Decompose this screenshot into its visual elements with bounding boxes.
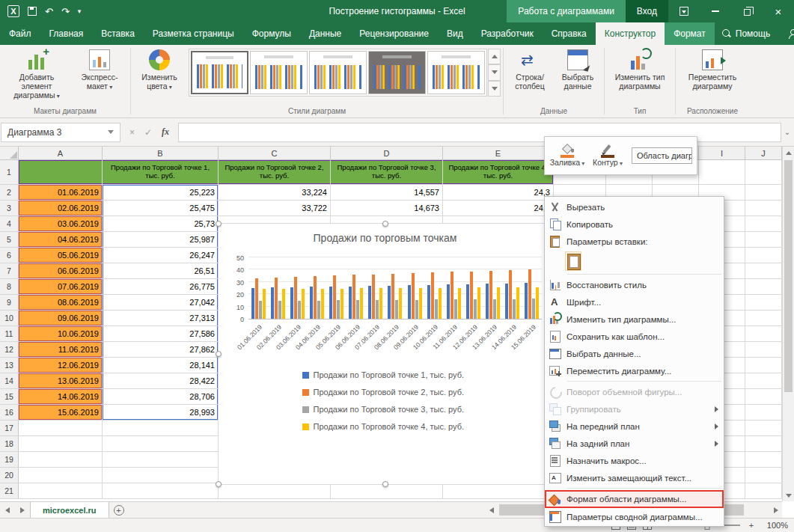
chart-bar[interactable] xyxy=(408,285,411,319)
tab-Разметка страницы[interactable]: Разметка страницы xyxy=(144,22,243,45)
cell[interactable]: 09.06.2019 xyxy=(19,311,103,326)
cell[interactable]: 05.06.2019 xyxy=(19,248,103,263)
cell[interactable]: 26,775 xyxy=(103,279,219,295)
enter-icon[interactable]: ✓ xyxy=(144,127,152,138)
menu-item[interactable]: Назначить макрос... xyxy=(545,452,724,469)
sheet-nav-right-icon[interactable] xyxy=(15,502,30,518)
tab-Справка[interactable]: Справка xyxy=(543,22,596,45)
chart-style-thumbnail[interactable] xyxy=(250,51,308,94)
chart-style-thumbnail[interactable] xyxy=(191,51,248,94)
chart-bar[interactable] xyxy=(298,301,301,319)
menu-item[interactable]: Параметры сводной диаграммы... xyxy=(545,508,724,525)
cell[interactable] xyxy=(745,358,782,373)
row-header-12[interactable]: 12 xyxy=(0,342,19,358)
cell[interactable] xyxy=(745,216,782,232)
customize-qat-icon[interactable]: ▾ xyxy=(78,7,82,15)
sheet-tab-active[interactable]: microexcel.ru xyxy=(30,502,109,518)
chart-bar[interactable] xyxy=(368,286,371,319)
column-header-B[interactable]: B xyxy=(103,147,219,159)
zoom-level[interactable]: 100% xyxy=(763,521,788,530)
chart-bar[interactable] xyxy=(395,300,398,319)
cell[interactable]: 14.06.2019 xyxy=(19,389,103,405)
select-all-button[interactable] xyxy=(0,147,19,159)
name-box[interactable]: Диаграмма 3 xyxy=(1,123,120,142)
row-header-7[interactable]: 7 xyxy=(0,263,19,279)
cell[interactable]: 25,223 xyxy=(103,185,219,201)
chart-bar[interactable] xyxy=(314,276,317,319)
redo-icon[interactable]: ↷ xyxy=(61,7,70,16)
cell[interactable] xyxy=(19,483,103,499)
vscroll-down-icon[interactable] xyxy=(783,489,794,501)
chart-bar[interactable] xyxy=(302,289,305,319)
cell[interactable] xyxy=(103,483,219,499)
name-box-caret-icon[interactable] xyxy=(108,130,114,134)
chart-bar[interactable] xyxy=(255,278,258,319)
chart-bar[interactable] xyxy=(321,289,324,319)
row-header-9[interactable]: 9 xyxy=(0,295,19,311)
cell[interactable] xyxy=(745,263,782,279)
row-header-4[interactable]: 4 xyxy=(0,216,19,232)
chart-bar[interactable] xyxy=(486,284,489,319)
chart-bar[interactable] xyxy=(427,285,430,319)
cell[interactable]: 14,673 xyxy=(331,201,443,216)
menu-item[interactable]: На передний план xyxy=(545,418,724,435)
row-header-8[interactable]: 8 xyxy=(0,279,19,295)
sign-in-button[interactable]: Вход xyxy=(626,0,668,22)
cell[interactable]: Продажи по Торговой точке 3, тыс. руб. xyxy=(331,160,443,185)
move-chart-button[interactable]: Переместить диаграмму xyxy=(678,46,747,106)
fill-color-button[interactable]: Заливка xyxy=(549,139,585,172)
hscroll-left-icon[interactable] xyxy=(485,502,498,518)
cell[interactable]: 13.06.2019 xyxy=(19,373,103,389)
chart-bar[interactable] xyxy=(474,299,477,319)
chart-bar[interactable] xyxy=(497,287,500,319)
cell[interactable]: 24,4 xyxy=(443,201,554,216)
cell[interactable] xyxy=(19,436,103,452)
cell[interactable]: 27,313 xyxy=(103,311,219,326)
chart-bar[interactable] xyxy=(451,272,454,319)
chart-bar[interactable] xyxy=(360,288,363,319)
chart-bar[interactable] xyxy=(466,284,469,319)
close-button[interactable]: × xyxy=(763,0,794,22)
chart-bar[interactable] xyxy=(372,275,375,319)
menu-item[interactable]: Шрифт... xyxy=(545,293,724,311)
row-header-10[interactable]: 10 xyxy=(0,311,19,326)
cell[interactable] xyxy=(103,452,219,468)
tab-Конструктор[interactable]: Конструктор xyxy=(596,22,665,45)
expand-formula-bar-icon[interactable]: ⌄ xyxy=(781,128,793,136)
tab-Вставка[interactable]: Вставка xyxy=(92,22,144,45)
cell[interactable] xyxy=(103,468,219,483)
chart-bar[interactable] xyxy=(349,287,352,319)
chart-legend[interactable]: Продажи по Торговой точке 1, тыс. руб.Пр… xyxy=(219,370,552,431)
zoom-in-icon[interactable]: + xyxy=(747,521,756,530)
cell[interactable]: 08.06.2019 xyxy=(19,295,103,311)
menu-item[interactable]: Выбрать данные... xyxy=(545,345,724,362)
chart-resize-handle[interactable] xyxy=(216,351,222,357)
cell[interactable]: 28,422 xyxy=(103,373,219,389)
column-header-J[interactable]: J xyxy=(745,147,782,159)
row-header-16[interactable]: 16 xyxy=(0,405,19,421)
cell[interactable] xyxy=(745,389,782,405)
chart-bar[interactable] xyxy=(509,270,512,319)
cell[interactable]: 06.06.2019 xyxy=(19,263,103,279)
chart-bar[interactable] xyxy=(290,287,293,319)
chart-bar[interactable] xyxy=(399,288,402,319)
gallery-more-icon[interactable] xyxy=(488,81,501,97)
chart-resize-handle[interactable] xyxy=(216,481,222,487)
quick-layout-button[interactable]: Экспресс-макет xyxy=(71,46,128,106)
cell[interactable]: 25,73 xyxy=(103,216,219,232)
chart-bar[interactable] xyxy=(516,287,519,319)
row-header-18[interactable]: 18 xyxy=(0,436,19,452)
menu-item[interactable]: Группировать xyxy=(545,400,724,418)
row-header-11[interactable]: 11 xyxy=(0,326,19,342)
cell[interactable]: 28,141 xyxy=(103,358,219,373)
cell[interactable]: 12.06.2019 xyxy=(19,358,103,373)
menu-item[interactable]: Параметры вставки: xyxy=(545,233,724,250)
menu-item[interactable]: Формат области диаграммы... xyxy=(545,490,724,508)
menu-item[interactable]: Изменить тип диаграммы... xyxy=(545,311,724,328)
row-header-14[interactable]: 14 xyxy=(0,373,19,389)
cell[interactable]: 03.06.2019 xyxy=(19,216,103,232)
row-header-5[interactable]: 5 xyxy=(0,232,19,248)
menu-item[interactable]: На задний план xyxy=(545,435,724,452)
add-chart-element-button[interactable]: Добавить элемент диаграммы xyxy=(2,46,71,106)
column-header-A[interactable]: A xyxy=(19,147,103,159)
